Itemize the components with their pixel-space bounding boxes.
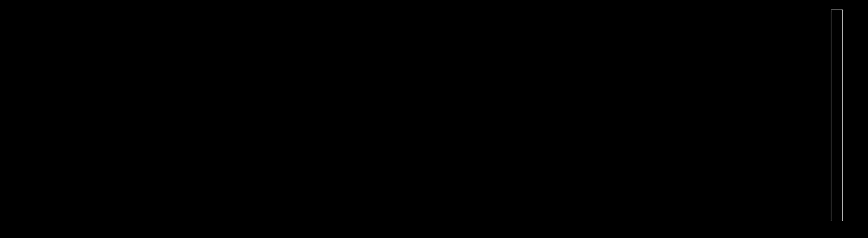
time-height-backscatter-plot (25, 9, 111, 52)
colorbar (831, 9, 843, 221)
ceilometer-quicklook (0, 0, 868, 238)
